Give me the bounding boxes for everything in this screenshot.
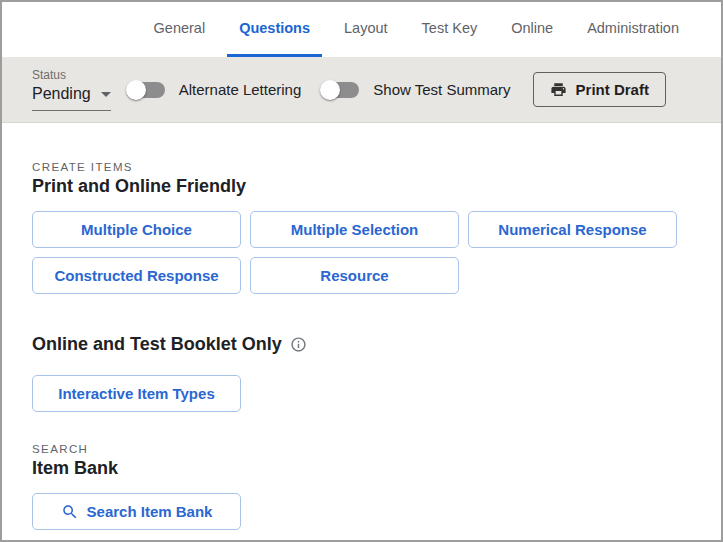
printer-icon bbox=[550, 81, 567, 98]
test-builder-window: General Questions Layout Test Key Online… bbox=[0, 0, 723, 542]
search-icon bbox=[61, 503, 79, 521]
questions-content: CREATE ITEMS Print and Online Friendly M… bbox=[2, 123, 721, 530]
tab-administration[interactable]: Administration bbox=[575, 2, 691, 57]
print-draft-button[interactable]: Print Draft bbox=[533, 72, 666, 107]
numerical-response-button[interactable]: Numerical Response bbox=[468, 211, 677, 248]
create-items-eyebrow: CREATE ITEMS bbox=[32, 161, 691, 173]
tab-layout[interactable]: Layout bbox=[332, 2, 400, 57]
search-button-grid: Search Item Bank bbox=[32, 493, 677, 530]
print-online-button-grid: Multiple Choice Multiple Selection Numer… bbox=[32, 211, 677, 294]
alternate-lettering-toggle[interactable] bbox=[127, 82, 165, 98]
interactive-item-types-button[interactable]: Interactive Item Types bbox=[32, 375, 241, 412]
info-icon[interactable] bbox=[290, 336, 307, 353]
show-test-summary-toggle[interactable] bbox=[321, 82, 359, 98]
tab-questions[interactable]: Questions bbox=[227, 2, 322, 57]
search-item-bank-button[interactable]: Search Item Bank bbox=[32, 493, 241, 530]
status-value: Pending bbox=[32, 85, 91, 103]
alternate-lettering-label: Alternate Lettering bbox=[179, 81, 302, 98]
create-items-section: CREATE ITEMS Print and Online Friendly M… bbox=[32, 161, 691, 294]
toggle-knob bbox=[126, 80, 146, 100]
status-dropdown[interactable]: Status Pending bbox=[32, 68, 111, 111]
multiple-selection-button[interactable]: Multiple Selection bbox=[250, 211, 459, 248]
online-only-section: Online and Test Booklet Only Interactive… bbox=[32, 334, 691, 412]
item-bank-title: Item Bank bbox=[32, 458, 691, 479]
tab-general[interactable]: General bbox=[142, 2, 218, 57]
show-test-summary-label: Show Test Summary bbox=[373, 81, 510, 98]
constructed-response-button[interactable]: Constructed Response bbox=[32, 257, 241, 294]
online-only-title: Online and Test Booklet Only bbox=[32, 334, 282, 355]
top-tab-bar: General Questions Layout Test Key Online… bbox=[2, 2, 721, 57]
search-item-bank-label: Search Item Bank bbox=[87, 503, 213, 520]
questions-toolbar: Status Pending Alternate Lettering Show … bbox=[2, 57, 721, 123]
tab-online[interactable]: Online bbox=[499, 2, 565, 57]
search-section: SEARCH Item Bank Search Item Bank bbox=[32, 443, 691, 530]
toggle-knob bbox=[320, 80, 340, 100]
print-draft-label: Print Draft bbox=[576, 81, 649, 98]
multiple-choice-button[interactable]: Multiple Choice bbox=[32, 211, 241, 248]
search-eyebrow: SEARCH bbox=[32, 443, 691, 455]
tab-test-key[interactable]: Test Key bbox=[410, 2, 490, 57]
resource-button[interactable]: Resource bbox=[250, 257, 459, 294]
status-label: Status bbox=[32, 68, 111, 82]
online-only-button-grid: Interactive Item Types bbox=[32, 375, 677, 412]
print-online-friendly-title: Print and Online Friendly bbox=[32, 176, 691, 197]
caret-down-icon bbox=[101, 92, 111, 97]
